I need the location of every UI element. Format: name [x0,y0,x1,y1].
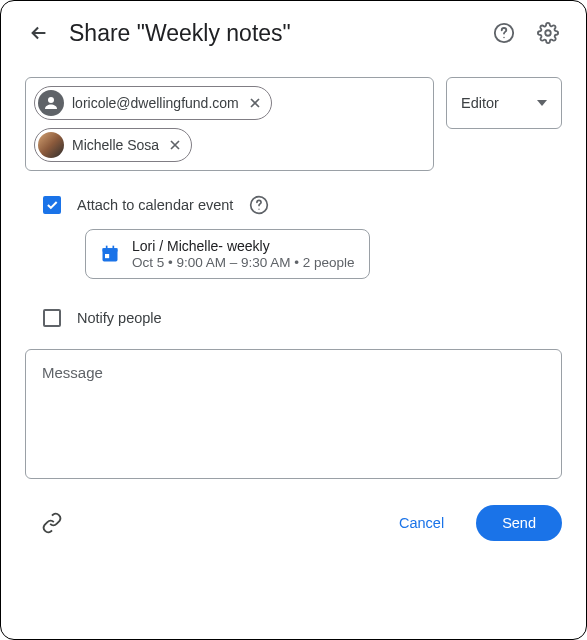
message-input[interactable]: Message [25,349,562,479]
chevron-down-icon [537,100,547,106]
calendar-event-card[interactable]: Lori / Michelle- weekly Oct 5 • 9:00 AM … [85,229,370,279]
svg-point-2 [545,30,551,36]
remove-recipient-button[interactable] [247,95,263,111]
dialog-header: Share "Weekly notes" [1,1,586,57]
svg-rect-9 [113,246,115,249]
recipient-label: loricole@dwellingfund.com [72,95,239,111]
help-icon[interactable] [249,195,269,215]
help-button[interactable] [490,19,518,47]
event-subtitle: Oct 5 • 9:00 AM – 9:30 AM • 2 people [132,255,355,270]
remove-recipient-button[interactable] [167,137,183,153]
send-button[interactable]: Send [476,505,562,541]
recipients-input[interactable]: loricole@dwellingfund.com Michelle Sosa [25,77,434,171]
notify-people-label: Notify people [77,310,162,326]
dialog-footer: Cancel Send [1,479,586,561]
message-placeholder: Message [42,364,103,381]
svg-rect-10 [105,254,109,258]
calendar-icon [100,244,120,264]
notify-people-checkbox[interactable] [43,309,61,327]
dialog-title: Share "Weekly notes" [69,20,474,47]
svg-point-3 [48,97,54,103]
settings-button[interactable] [534,19,562,47]
attach-calendar-checkbox[interactable] [43,196,61,214]
recipient-label: Michelle Sosa [72,137,159,153]
recipient-chip[interactable]: Michelle Sosa [34,128,192,162]
avatar [38,132,64,158]
person-icon [38,90,64,116]
role-label: Editor [461,95,499,111]
role-dropdown[interactable]: Editor [446,77,562,129]
svg-rect-8 [106,246,108,249]
svg-rect-7 [103,248,118,251]
svg-point-1 [503,37,504,38]
svg-point-5 [259,209,260,210]
copy-link-button[interactable] [41,512,63,534]
recipient-chip[interactable]: loricole@dwellingfund.com [34,86,272,120]
back-button[interactable] [25,19,53,47]
cancel-button[interactable]: Cancel [383,507,460,539]
event-title: Lori / Michelle- weekly [132,238,355,254]
attach-calendar-label: Attach to calendar event [77,197,233,213]
